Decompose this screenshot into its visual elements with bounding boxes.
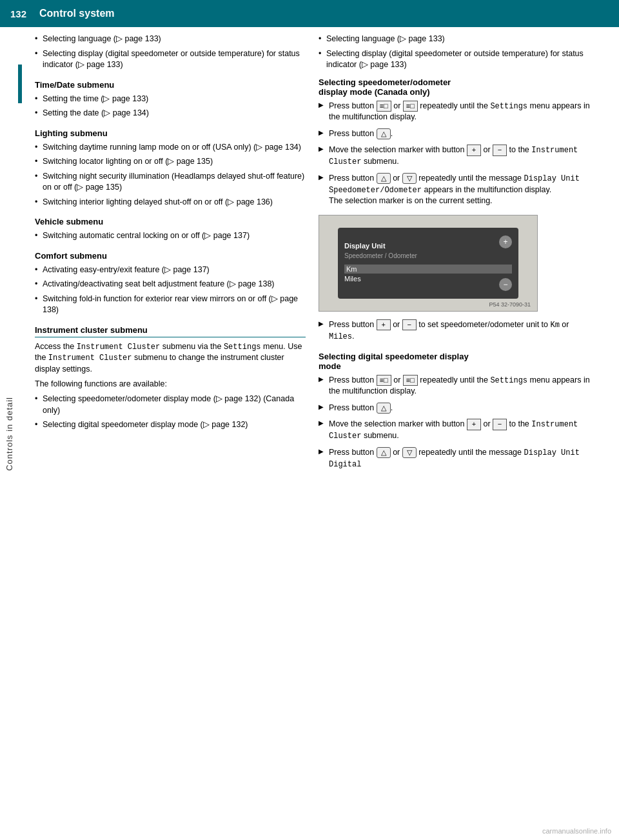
step-item: Press button + or − to set speedometer/o… — [319, 319, 596, 343]
section-header-instrument-cluster: Instrument cluster submenu — [35, 325, 306, 337]
list-item: Selecting language (▷ page 133) — [35, 34, 306, 45]
display-image-inner: Display Unit Speedometer / Odometer Km M… — [338, 228, 518, 299]
instrument-cluster-body1: Access the Instrument Cluster submenu vi… — [35, 341, 306, 375]
list-item: Activating/deactivating seat belt adjust… — [35, 279, 306, 290]
display-image-option-km: Km — [344, 265, 512, 274]
display-image-option-miles: Miles — [344, 275, 512, 283]
list-item: Selecting digital speedometer display mo… — [35, 419, 306, 431]
right-column: Selecting language (▷ page 133) Selectin… — [319, 34, 596, 475]
list-item: Switching interior lighting delayed shut… — [35, 197, 306, 208]
list-item: Switching fold-in function for exterior … — [35, 294, 306, 316]
btn-up4-icon: △ — [377, 447, 391, 458]
btn-plus-icon: + — [467, 145, 481, 155]
step-item: Press button ≡□ or ≡□ repeatedly until t… — [319, 375, 596, 397]
btn-up2-icon: △ — [377, 173, 391, 184]
btn-up3-icon: △ — [377, 403, 391, 414]
display-image-subtitle: Speedometer / Odometer — [344, 252, 512, 259]
blue-accent-bar — [18, 65, 22, 103]
list-item: Selecting display (digital speedometer o… — [35, 48, 306, 71]
list-item: Activating easy-entry/exit feature (▷ pa… — [35, 265, 306, 276]
display-image: Display Unit Speedometer / Odometer Km M… — [319, 215, 538, 312]
display-btn-minus: − — [499, 278, 512, 291]
content-area: Selecting language (▷ page 133) Selectin… — [22, 27, 619, 488]
btn-down-icon: ▽ — [402, 173, 417, 184]
list-item: Switching daytime running lamp mode on o… — [35, 142, 306, 154]
step-item: Move the selection marker with button + … — [319, 419, 596, 442]
list-item: Setting the date (▷ page 134) — [35, 108, 306, 119]
section-header-comfort: Comfort submenu — [35, 251, 306, 261]
sidebar-label: Controls in detail — [0, 27, 18, 840]
btn-plus2-icon: + — [377, 319, 391, 330]
section-header-speedometer: Selecting speedometer/odometerdisplay mo… — [319, 77, 596, 97]
btn-minus3-icon: − — [493, 419, 507, 430]
section-header-lighting: Lighting submenu — [35, 128, 306, 138]
list-item: Setting the time (▷ page 133) — [35, 94, 306, 105]
btn-plus3-icon: + — [467, 419, 481, 430]
instrument-cluster-body2: The following functions are available: — [35, 379, 306, 390]
list-item: Selecting language (▷ page 133) — [319, 34, 596, 45]
btn-menu3-icon: ≡□ — [377, 375, 391, 386]
list-item: Switching locator lighting on or off (▷ … — [35, 156, 306, 168]
btn-menu2-icon: ≡□ — [403, 101, 418, 112]
step-item: Press button △. — [319, 403, 596, 414]
section-header-time-date: Time/Date submenu — [35, 80, 306, 90]
image-caption: P54 32-7090-31 — [489, 301, 531, 308]
step-item: Press button ≡□ or ≡□ repeatedly until t… — [319, 101, 596, 123]
page-container: 132 Control system Controls in detail Se… — [0, 0, 619, 840]
section-header-vehicle: Vehicle submenu — [35, 217, 306, 226]
step-item: Press button △ or ▽ repeatedly until the… — [319, 447, 596, 470]
page-number: 132 — [10, 8, 26, 19]
step-item: Press button △. — [319, 128, 596, 140]
list-item: Selecting speedometer/odometer display m… — [35, 394, 306, 416]
btn-minus2-icon: − — [402, 319, 417, 330]
list-item: Switching automatic central locking on o… — [35, 230, 306, 242]
left-column: Selecting language (▷ page 133) Selectin… — [35, 34, 306, 475]
display-image-title: Display Unit — [344, 242, 512, 250]
list-item: Selecting display (digital speedometer o… — [319, 48, 596, 71]
btn-down2-icon: ▽ — [402, 447, 417, 458]
btn-menu1-icon: ≡□ — [377, 101, 391, 112]
btn-menu4-icon: ≡□ — [403, 375, 418, 386]
section-header-digital-speedometer: Selecting digital speedometer displaymod… — [319, 352, 596, 371]
step-item: Move the selection marker with button + … — [319, 145, 596, 168]
display-btn-plus: + — [499, 235, 512, 248]
btn-minus-icon: − — [493, 145, 507, 155]
step-item: Press button △ or ▽ repeatedly until the… — [319, 173, 596, 207]
list-item: Switching night security illumination (H… — [35, 171, 306, 194]
btn-up-icon: △ — [377, 128, 391, 139]
sidebar-label-text: Controls in detail — [5, 397, 14, 471]
page-header: 132 Control system — [0, 0, 619, 27]
page-title: Control system — [39, 8, 114, 19]
footer-watermark: carmanualsonline.info — [542, 827, 611, 835]
